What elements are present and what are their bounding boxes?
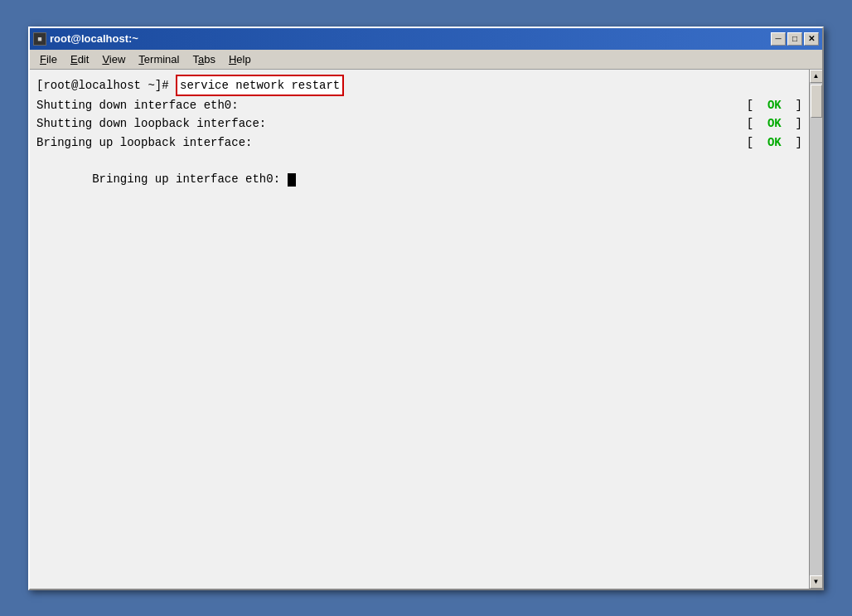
minimize-button[interactable]: ─ [771,32,786,46]
output-text-3: Bringing up loopback interface: [36,133,747,152]
output-line-1: Shutting down interface eth0: [ OK ] [36,96,802,114]
output-line-2: Shutting down loopback interface: [ OK ] [36,114,802,133]
menu-file[interactable]: File [33,51,64,67]
title-bar: ■ root@localhost:~ ─ □ ✕ [30,28,822,50]
command-line: [root@localhost ~]# service network rest… [36,75,802,96]
output-text-4: Bringing up interface eth0: [92,172,287,186]
scrollbar: ▲ ▼ [809,70,822,589]
bracket-open-2: [ [747,114,767,133]
output-text-2: Shutting down loopback interface: [36,114,747,133]
title-bar-left: ■ root@localhost:~ [33,32,138,46]
scroll-thumb[interactable] [811,85,822,118]
window-title: root@localhost:~ [50,32,138,45]
ok-status-3: OK [767,133,782,152]
menu-edit[interactable]: Edit [64,51,95,67]
command-highlight: service network restart [176,75,344,96]
terminal-cursor [288,173,296,187]
output-text-1: Shutting down interface eth0: [36,96,747,114]
scroll-track[interactable] [810,83,822,575]
prompt-text: [root@localhost ~]# [36,76,176,95]
scroll-up-button[interactable]: ▲ [810,70,823,83]
menu-help[interactable]: Help [222,51,258,67]
bracket-close-3: ] [782,133,802,152]
scroll-down-button[interactable]: ▼ [810,575,823,589]
window-icon: ■ [33,32,46,46]
output-line-4: Bringing up interface eth0: [36,152,802,207]
terminal-window: ■ root@localhost:~ ─ □ ✕ File Edit View … [28,27,824,590]
ok-status-2: OK [767,114,782,133]
menu-tabs[interactable]: Tabs [186,51,221,67]
bracket-open-1: [ [747,96,767,114]
terminal-area: [root@localhost ~]# service network rest… [30,70,822,589]
bracket-open-3: [ [747,133,767,152]
maximize-button[interactable]: □ [787,32,802,46]
menu-terminal[interactable]: Terminal [132,51,186,67]
window-controls: ─ □ ✕ [771,32,819,46]
ok-status-1: OK [767,96,782,114]
bracket-close-1: ] [782,96,802,114]
close-button[interactable]: ✕ [804,32,819,46]
menu-view[interactable]: View [95,51,132,67]
output-line-3: Bringing up loopback interface: [ OK ] [36,133,802,152]
menu-bar: File Edit View Terminal Tabs Help [30,50,822,70]
terminal-content[interactable]: [root@localhost ~]# service network rest… [30,70,809,589]
bracket-close-2: ] [782,114,802,133]
